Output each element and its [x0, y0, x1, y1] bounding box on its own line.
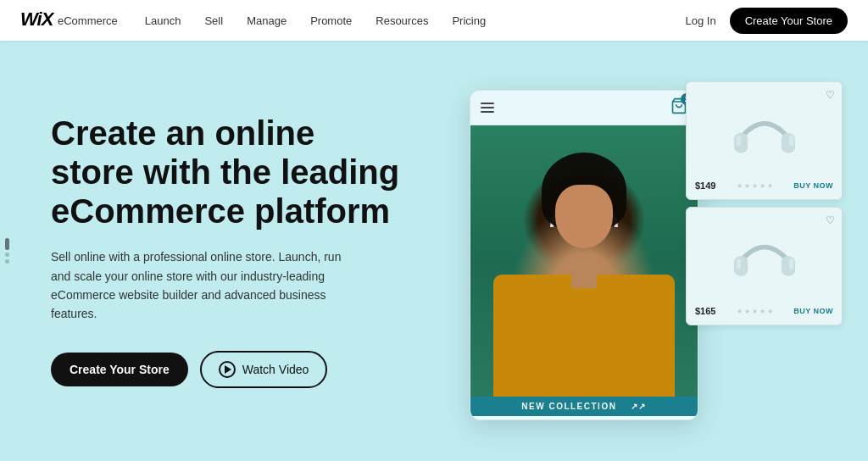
headphone-svg-2 [726, 225, 803, 292]
login-button[interactable]: Log In [685, 14, 715, 27]
hamburger-line-3 [481, 111, 494, 113]
star-1-5: ★ [767, 182, 773, 190]
nav-item-pricing[interactable]: Pricing [452, 14, 486, 27]
nav-item-promote[interactable]: Promote [310, 14, 352, 27]
svg-rect-9 [788, 258, 793, 269]
star-2-5: ★ [767, 308, 773, 315]
star-1-3: ★ [752, 182, 758, 190]
nav-item-manage[interactable]: Manage [247, 14, 287, 27]
headphone-svg-1 [726, 99, 803, 167]
svg-rect-5 [788, 136, 793, 147]
hero-content: Create an online store with the leading … [51, 114, 407, 388]
scroll-dot-1 [5, 238, 9, 250]
product-card-footer-1: $149 ★ ★ ★ ★ ★ BUY NOW [695, 181, 833, 191]
star-2-2: ★ [744, 308, 750, 315]
play-triangle [225, 365, 231, 374]
watch-video-label: Watch Video [242, 363, 309, 376]
nav-item-launch[interactable]: Launch [145, 14, 181, 27]
star-2-4: ★ [760, 308, 765, 315]
nav-item-sell[interactable]: Sell [204, 14, 223, 27]
heart-icon-2[interactable]: ♡ [826, 214, 835, 226]
product-card-footer-2: $165 ★ ★ ★ ★ ★ BUY NOW [695, 306, 833, 316]
star-1-4: ★ [760, 182, 765, 190]
hero-buttons: Create Your Store Watch Video [51, 351, 407, 388]
product-cards: ♡ $149 [686, 81, 843, 332]
buy-now-button-2[interactable]: BUY NOW [793, 307, 833, 315]
svg-text:WiX: WiX [20, 8, 55, 29]
scroll-dot-2 [5, 253, 9, 257]
watch-video-button[interactable]: Watch Video [200, 351, 328, 388]
scroll-indicator [5, 238, 9, 264]
hamburger-line-1 [481, 103, 494, 104]
store-header: 2 [470, 91, 698, 125]
logo-wix: WiX [20, 7, 56, 34]
wix-logo-svg: WiX [20, 7, 56, 29]
nav-item-resources[interactable]: Resources [376, 14, 428, 27]
buy-now-button-1[interactable]: BUY NOW [793, 181, 833, 190]
hamburger-line-2 [481, 107, 494, 108]
play-icon [219, 361, 236, 378]
hamburger-icon [481, 103, 494, 113]
heart-icon-1[interactable]: ♡ [826, 89, 835, 101]
product-price-2: $165 [695, 306, 715, 316]
star-2-3: ★ [752, 308, 758, 315]
hero-mockup: 2 NEW COLLECTION ↗↗ [470, 73, 843, 429]
create-store-hero-button[interactable]: Create Your Store [51, 353, 188, 386]
hero-heading: Create an online store with the leading … [51, 114, 407, 230]
product-stars-1: ★ ★ ★ ★ ★ [737, 182, 773, 190]
headphone-image-1 [695, 91, 833, 175]
scroll-dot-3 [5, 259, 9, 264]
sweater-element [493, 275, 675, 397]
logo[interactable]: WiX eCommerce [20, 7, 118, 34]
star-1-1: ★ [737, 182, 743, 190]
cart-icon-wrap[interactable]: 2 [670, 97, 687, 118]
product-card-2: ♡ $165 [686, 207, 843, 325]
collection-text: NEW COLLECTION [521, 402, 616, 411]
svg-rect-4 [736, 136, 740, 147]
hero-section: Create an online store with the leading … [0, 41, 868, 461]
collection-label: NEW COLLECTION ↗↗ [470, 397, 698, 416]
svg-rect-8 [736, 258, 740, 269]
headphone-image-2 [695, 216, 833, 301]
product-price-1: $149 [695, 181, 715, 191]
product-hero-image [470, 125, 698, 397]
star-1-2: ★ [744, 182, 750, 190]
nav-actions: Log In Create Your Store [685, 8, 848, 34]
product-card-1: ♡ $149 [686, 81, 843, 200]
logo-ecommerce-text: eCommerce [58, 14, 118, 27]
hero-subtext: Sell online with a professional online s… [51, 247, 356, 324]
neck-element [571, 254, 597, 288]
store-mockup-card: 2 NEW COLLECTION ↗↗ [470, 90, 698, 420]
face-element [555, 185, 613, 248]
nav-links: Launch Sell Manage Promote Resources Pri… [145, 14, 686, 27]
star-2-1: ★ [737, 308, 743, 315]
navbar: WiX eCommerce Launch Sell Manage Promote… [0, 0, 868, 41]
collection-arrow: ↗↗ [631, 402, 647, 411]
create-store-nav-button[interactable]: Create Your Store [730, 8, 848, 34]
product-stars-2: ★ ★ ★ ★ ★ [737, 308, 773, 315]
